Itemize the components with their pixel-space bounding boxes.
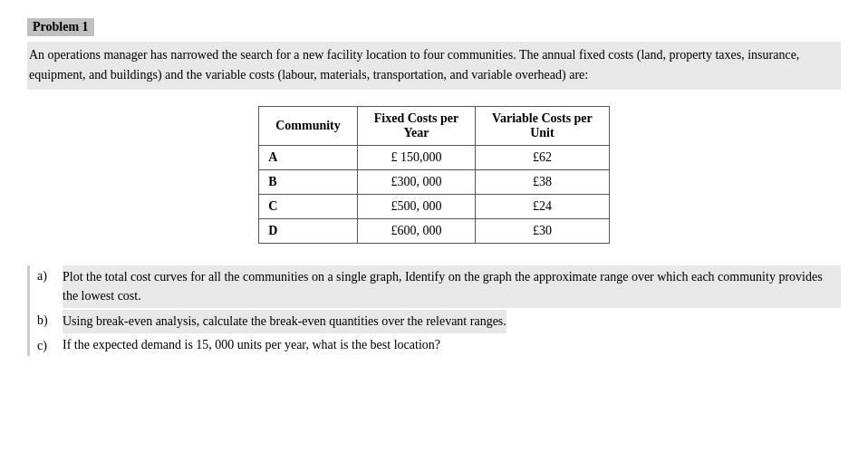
question-item: b)Using break-even analysis, calculate t… — [37, 310, 841, 333]
table-row: B £300, 000 £38 — [259, 169, 610, 194]
question-label: c) — [37, 335, 57, 356]
cell-variable: £62 — [476, 145, 610, 169]
question-item: a)Plot the total cost curves for all the… — [37, 265, 841, 308]
col-header-variable: Variable Costs perUnit — [476, 106, 610, 145]
question-label: b) — [37, 310, 57, 333]
cell-fixed: £ 150,000 — [357, 145, 475, 169]
question-label: a) — [37, 265, 57, 308]
cell-variable: £24 — [476, 194, 610, 218]
question-text: If the expected demand is 15, 000 units … — [63, 335, 440, 356]
cell-variable: £38 — [476, 169, 610, 194]
table-wrapper: Community Fixed Costs perYear Variable C… — [27, 106, 841, 244]
question-text: Plot the total cost curves for all the c… — [63, 265, 841, 308]
cell-community: B — [259, 169, 358, 194]
cost-table: Community Fixed Costs perYear Variable C… — [258, 106, 610, 244]
question-text: Using break-even analysis, calculate the… — [63, 310, 506, 333]
col-header-community: Community — [259, 106, 358, 145]
cell-community: D — [259, 218, 358, 243]
table-row: A £ 150,000 £62 — [259, 145, 610, 169]
cell-community: A — [259, 145, 358, 169]
problem-label: Problem 1 — [27, 18, 94, 36]
problem-description: An operations manager has narrowed the s… — [27, 42, 841, 90]
cell-variable: £30 — [476, 218, 610, 243]
cell-fixed: £500, 000 — [357, 194, 475, 218]
cell-community: C — [259, 194, 358, 218]
cell-fixed: £600, 000 — [357, 218, 475, 243]
table-row: C £500, 000 £24 — [259, 194, 610, 218]
table-row: D £600, 000 £30 — [259, 218, 610, 243]
question-item: c)If the expected demand is 15, 000 unit… — [37, 335, 841, 356]
questions-section: a)Plot the total cost curves for all the… — [27, 265, 841, 356]
col-header-fixed: Fixed Costs perYear — [357, 106, 475, 145]
cell-fixed: £300, 000 — [357, 169, 475, 194]
